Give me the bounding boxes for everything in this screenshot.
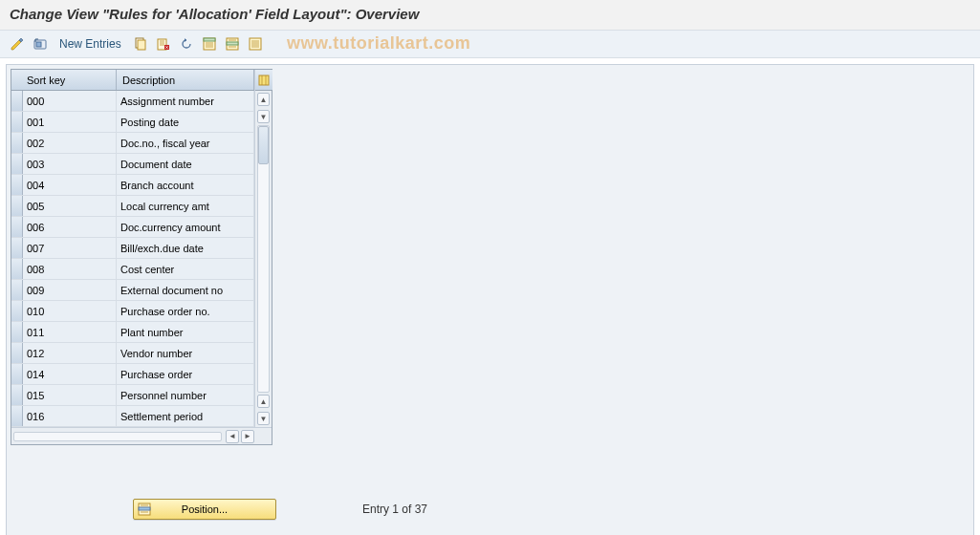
toggle-display-change-icon[interactable] [8, 34, 27, 54]
cell-description[interactable]: Cost center [117, 259, 254, 279]
cell-description[interactable]: Posting date [117, 112, 254, 132]
cell-description[interactable]: Local currency amt [117, 196, 254, 216]
table-row[interactable]: 016Settlement period [11, 406, 254, 427]
scroll-up-button-2[interactable]: ▲ [257, 395, 270, 408]
row-selector[interactable] [11, 343, 23, 363]
cell-sort-key[interactable]: 007 [23, 238, 117, 258]
cell-sort-key[interactable]: 015 [23, 385, 117, 405]
cell-sort-key[interactable]: 000 [23, 91, 117, 111]
cell-sort-key[interactable]: 008 [23, 259, 117, 279]
svg-rect-11 [259, 75, 269, 85]
svg-rect-15 [139, 507, 150, 510]
table-row[interactable]: 005Local currency amt [11, 196, 254, 217]
cell-description[interactable]: Doc.no., fiscal year [117, 133, 254, 153]
table-row[interactable]: 010Purchase order no. [11, 301, 254, 322]
table-row[interactable]: 003Document date [11, 154, 254, 175]
column-header-sort-key[interactable]: Sort key [11, 70, 117, 90]
cell-description[interactable]: External document no [117, 280, 254, 300]
svg-rect-7 [204, 38, 215, 41]
position-button-label: Position... [182, 503, 228, 515]
row-selector[interactable] [11, 259, 23, 279]
row-selector[interactable] [11, 238, 23, 258]
table-row[interactable]: 012Vendor number [11, 343, 254, 364]
table-row[interactable]: 004Branch account [11, 175, 254, 196]
table-row[interactable]: 000Assignment number [11, 91, 254, 112]
table-row[interactable]: 014Purchase order [11, 364, 254, 385]
cell-sort-key[interactable]: 012 [23, 343, 117, 363]
position-button[interactable]: Position... [133, 499, 276, 520]
horizontal-scrollbar[interactable]: ◄ ► [11, 427, 272, 444]
footer-row: Position... Entry 1 of 37 [133, 499, 427, 520]
row-selector[interactable] [11, 322, 23, 342]
copy-as-icon[interactable] [131, 34, 150, 54]
configure-columns-icon[interactable] [255, 70, 272, 91]
cell-description[interactable]: Personnel number [117, 385, 254, 405]
column-header-description[interactable]: Description [117, 70, 254, 90]
svg-rect-9 [227, 42, 238, 45]
row-selector[interactable] [11, 301, 23, 321]
row-selector[interactable] [11, 133, 23, 153]
entry-counter: Entry 1 of 37 [362, 503, 427, 516]
cell-description[interactable]: Plant number [117, 322, 254, 342]
cell-sort-key[interactable]: 014 [23, 364, 117, 384]
table-row[interactable]: 015Personnel number [11, 385, 254, 406]
cell-description[interactable]: Branch account [117, 175, 254, 195]
select-all-icon[interactable] [200, 34, 219, 54]
table-row[interactable]: 008Cost center [11, 259, 254, 280]
cell-sort-key[interactable]: 004 [23, 175, 117, 195]
deselect-all-icon[interactable] [246, 34, 265, 54]
svg-rect-3 [138, 40, 145, 50]
row-selector[interactable] [11, 112, 23, 132]
row-selector[interactable] [11, 196, 23, 216]
cell-description[interactable]: Document date [117, 154, 254, 174]
vertical-scrollbar[interactable]: ▲ ▼ ▲ ▼ [254, 70, 272, 427]
cell-description[interactable]: Doc.currency amount [117, 217, 254, 237]
table-row[interactable]: 009External document no [11, 280, 254, 301]
scroll-down-button-2[interactable]: ▼ [257, 412, 270, 425]
table-row[interactable]: 011Plant number [11, 322, 254, 343]
row-selector[interactable] [11, 364, 23, 384]
table-row[interactable]: 007Bill/exch.due date [11, 238, 254, 259]
cell-description[interactable]: Assignment number [117, 91, 254, 111]
delete-icon[interactable] [154, 34, 173, 54]
table-row[interactable]: 002Doc.no., fiscal year [11, 133, 254, 154]
svg-rect-10 [250, 38, 261, 50]
expand-icon[interactable] [31, 34, 50, 54]
row-selector[interactable] [11, 385, 23, 405]
scroll-down-button[interactable]: ▼ [257, 110, 270, 123]
scroll-right-button[interactable]: ► [241, 430, 254, 443]
cell-description[interactable]: Purchase order no. [117, 301, 254, 321]
cell-sort-key[interactable]: 006 [23, 217, 117, 237]
watermark: www.tutorialkart.com [287, 33, 470, 54]
page-title: Change View "Rules for 'Allocation' Fiel… [0, 0, 980, 30]
row-selector[interactable] [11, 91, 23, 111]
select-block-icon[interactable] [223, 34, 242, 54]
cell-sort-key[interactable]: 002 [23, 133, 117, 153]
hscroll-track[interactable] [13, 432, 222, 441]
scrollbar-thumb[interactable] [258, 126, 269, 164]
undo-icon[interactable] [177, 34, 196, 54]
new-entries-button[interactable]: New Entries [54, 35, 127, 53]
scroll-up-button[interactable]: ▲ [257, 93, 270, 106]
cell-sort-key[interactable]: 003 [23, 154, 117, 174]
cell-sort-key[interactable]: 010 [23, 301, 117, 321]
cell-sort-key[interactable]: 016 [23, 406, 117, 426]
scroll-left-button[interactable]: ◄ [226, 430, 239, 443]
cell-sort-key[interactable]: 011 [23, 322, 117, 342]
cell-sort-key[interactable]: 009 [23, 280, 117, 300]
toolbar: New Entries www.tutorialkart.com [0, 30, 980, 58]
table-row[interactable]: 006Doc.currency amount [11, 217, 254, 238]
cell-description[interactable]: Settlement period [117, 406, 254, 426]
row-selector[interactable] [11, 406, 23, 426]
row-selector[interactable] [11, 154, 23, 174]
cell-sort-key[interactable]: 001 [23, 112, 117, 132]
row-selector[interactable] [11, 217, 23, 237]
cell-sort-key[interactable]: 005 [23, 196, 117, 216]
scrollbar-track[interactable] [257, 125, 270, 393]
cell-description[interactable]: Vendor number [117, 343, 254, 363]
table-row[interactable]: 001Posting date [11, 112, 254, 133]
row-selector[interactable] [11, 280, 23, 300]
cell-description[interactable]: Bill/exch.due date [117, 238, 254, 258]
cell-description[interactable]: Purchase order [117, 364, 254, 384]
row-selector[interactable] [11, 175, 23, 195]
